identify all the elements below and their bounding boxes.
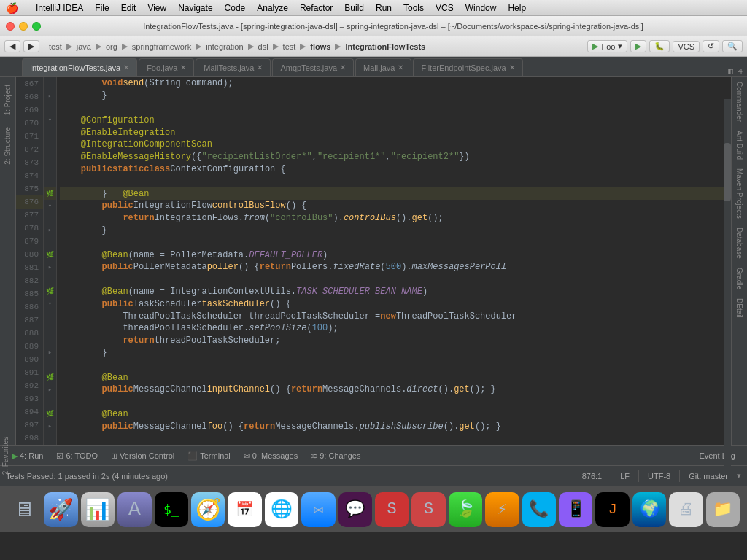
breadcrumb-integration[interactable]: integration [206,42,243,51]
dock-launchpad[interactable]: 🚀 [44,492,77,527]
dock-finder[interactable]: 🖥 [7,492,41,527]
tab-filterendpointspec[interactable]: FilterEndpointSpec.java ✕ [413,58,522,76]
messages-button[interactable]: ✉ 0: Messages [238,450,303,462]
panel-tab-gradle[interactable]: Gradle [734,263,745,294]
favorites-tab[interactable]: 2: Favorites [0,432,11,479]
version-control-button[interactable]: ⊞ Version Control [105,450,180,462]
vcs-button[interactable]: VCS [673,41,700,52]
dock-app1[interactable]: A [117,492,151,527]
breadcrumb-flows[interactable]: flows [310,42,330,51]
menu-code[interactable]: Code [225,3,246,13]
apple-menu[interactable]: 🍎 [6,2,18,14]
dock-app2[interactable]: ⚡ [485,492,519,527]
dock-calendar[interactable]: 📅 [228,492,261,527]
menu-navigate[interactable]: Navigate [178,3,212,13]
dock-green1[interactable]: 🍃 [449,492,482,527]
dock-files[interactable]: 📁 [706,492,740,527]
search-button[interactable]: 🔍 [722,40,743,52]
tab-close-icon[interactable]: ✕ [180,63,186,71]
breadcrumb-test[interactable]: test [49,42,62,51]
gutter-894[interactable]: ▸ [44,384,56,396]
menu-run[interactable]: Run [376,3,392,13]
menu-view[interactable]: View [147,3,166,13]
panel-tab-commander[interactable]: Commander [734,77,745,126]
tab-mail[interactable]: Mail.java ✕ [355,58,411,76]
gutter-877[interactable]: ▾ [44,200,56,212]
back-button[interactable]: ◀ [4,40,20,52]
code-text[interactable]: void send(String command); } @Configurat… [57,77,731,445]
dock-activity[interactable]: 📊 [81,492,115,527]
dock-terminal[interactable]: $_ [155,492,188,527]
split-icon[interactable]: ◧ 4 [724,66,747,76]
minimize-button[interactable] [19,22,28,31]
breadcrumb-current[interactable]: IntegrationFlowTests [345,42,425,51]
menu-tools[interactable]: Tools [403,3,424,13]
debug-button[interactable]: 🐛 [649,40,670,52]
breadcrumb-java[interactable]: java [77,42,91,51]
breadcrumb-test2[interactable]: test [283,42,296,51]
panel-tab-detail[interactable]: DEtail [734,294,745,322]
menu-build[interactable]: Build [344,3,364,13]
run-button[interactable]: ▶ [630,40,646,52]
gutter-891[interactable]: ▸ [44,347,56,359]
event-log-button[interactable]: Event Log [693,450,741,462]
dock-slack[interactable]: 💬 [338,492,372,527]
menu-intellij[interactable]: IntelliJ IDEA [36,3,83,13]
close-button[interactable] [6,22,15,31]
run-tool-button[interactable]: ▶ 4: Run [6,450,49,462]
dock-globe[interactable]: 🌍 [632,492,666,527]
gutter-887[interactable]: ▾ [44,298,56,310]
tab-close-icon[interactable]: ✕ [340,63,346,71]
gutter-882[interactable]: ▸ [44,261,56,273]
code-editor[interactable]: 867 868 869 870 871 872 873 874 875 876 … [16,77,731,445]
scrollbar-thumb[interactable] [724,143,731,201]
terminal-button[interactable]: ⬛ Terminal [182,450,236,462]
menu-edit[interactable]: Edit [121,3,136,13]
tab-integrationflowtests[interactable]: IntegrationFlowTests.java ✕ [22,58,137,76]
dock-red2[interactable]: S [411,492,445,527]
gutter-870[interactable]: ▾ [44,114,56,126]
tab-close-icon[interactable]: ✕ [257,63,263,71]
changes-button[interactable]: ≋ 9: Changes [305,450,366,462]
panel-tab-maven[interactable]: Maven Projects [734,164,745,223]
breadcrumb-springframework[interactable]: springframework [132,42,191,51]
encoding[interactable]: UTF-8 [648,472,670,481]
line-separator[interactable]: LF [620,472,630,481]
todo-button[interactable]: ☑ 6: TODO [50,450,104,462]
dock-chrome[interactable]: 🌐 [265,492,298,527]
tab-close-icon[interactable]: ✕ [509,63,515,71]
dock-print[interactable]: 🖨 [669,492,703,527]
panel-tab-database[interactable]: Database [734,223,745,263]
gutter-881[interactable]: 🌿 [44,249,56,261]
menu-analyze[interactable]: Analyze [257,3,288,13]
breadcrumb-dsl[interactable]: dsl [258,42,268,51]
menu-file[interactable]: File [95,3,109,13]
gutter-898[interactable]: 🌿 [44,408,56,421]
menu-window[interactable]: Window [465,3,497,13]
gutter-886[interactable]: 🌿 [44,286,56,298]
tab-close-icon[interactable]: ✕ [398,63,403,71]
menu-refactor[interactable]: Refactor [300,3,333,13]
panel-tab-project[interactable]: 1: Project [2,80,13,120]
maximize-button[interactable] [32,22,41,31]
tab-amqptests[interactable]: AmqpTests.java ✕ [272,58,354,76]
dock-mail[interactable]: ✉ [301,492,335,527]
dock-viber[interactable]: 📱 [559,492,592,527]
gutter-868[interactable]: ▸ [44,90,56,102]
breadcrumb-org[interactable]: org [106,42,117,51]
tab-foo[interactable]: Foo.java ✕ [139,58,194,76]
vcs-status[interactable]: Git: master [689,472,728,481]
forward-button[interactable]: ▶ [23,40,39,52]
gutter-899[interactable]: ▸ [44,420,56,432]
gutter-893[interactable]: 🌿 [44,371,56,384]
dock-safari[interactable]: 🧭 [191,492,225,527]
undo-button[interactable]: ↺ [703,40,719,52]
panel-tab-structure[interactable]: 2: Structure [2,122,13,169]
panel-tab-ant-build[interactable]: Ant Build [734,126,745,164]
dock-skype[interactable]: 📞 [522,492,556,527]
menu-help[interactable]: Help [508,3,526,13]
dock-intellij[interactable]: J [595,492,629,527]
scrollbar-track[interactable] [724,99,731,445]
gutter-879[interactable]: ▸ [44,225,56,237]
vcs-chevron[interactable]: ▾ [737,471,741,481]
